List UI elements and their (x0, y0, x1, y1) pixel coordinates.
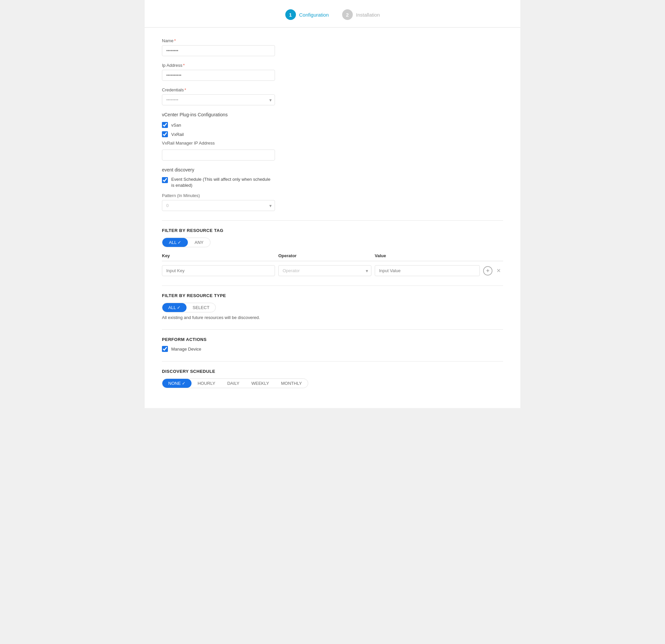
vxrail-label: VxRail (171, 132, 184, 137)
manage-device-checkbox[interactable] (162, 346, 168, 352)
step-1: 1 Configuration (285, 9, 329, 20)
vsan-checkbox[interactable] (162, 122, 168, 128)
pattern-label: Pattern (In Minutes) (162, 193, 503, 198)
schedule-monthly-button[interactable]: MONTHLY (275, 379, 308, 388)
section-divider-1 (162, 220, 503, 221)
step-1-circle: 1 (285, 9, 296, 20)
manage-device-row: Manage Device (162, 346, 503, 352)
vsan-label: vSan (171, 123, 181, 128)
ip-input[interactable] (162, 70, 275, 81)
schedule-toggle-group: NONE ✓ HOURLY DAILY WEEKLY MONTHLY (162, 378, 308, 388)
discovery-schedule-section: DISCOVERY SCHEDULE NONE ✓ HOURLY DAILY W… (162, 369, 503, 388)
step-1-label: Configuration (299, 12, 329, 18)
event-discovery-section: event discovery Event Schedule (This wil… (162, 167, 503, 211)
ip-group: Ip Address* (162, 63, 503, 81)
pattern-select[interactable]: 0 (162, 200, 275, 211)
key-header: Key (162, 253, 275, 258)
perform-actions-section: PERFORM ACTIONS Manage Device (162, 337, 503, 352)
filter-type-all-button[interactable]: ALL ✓ (162, 303, 187, 312)
filter-tag-all-button[interactable]: ALL ✓ (162, 238, 188, 247)
ip-label: Ip Address* (162, 63, 503, 68)
vxrail-manager-group: VxRail Manager IP Address (162, 140, 503, 160)
key-input[interactable] (162, 265, 275, 276)
vxrail-checkbox-row: VxRail (162, 131, 503, 137)
step-2-circle: 2 (342, 9, 353, 20)
section-divider-2 (162, 286, 503, 286)
vcenter-section-title: vCenter Plug-ins Configurations (162, 112, 503, 117)
form-area: Name* Ip Address* Credentials* •••••••• … (145, 27, 520, 408)
schedule-none-button[interactable]: NONE ✓ (162, 379, 191, 388)
filter-tag-toggle: ALL ✓ ANY (162, 238, 210, 247)
filter-actions: + ✕ (483, 266, 503, 275)
name-group: Name* (162, 38, 503, 56)
vcenter-plugins-section: vCenter Plug-ins Configurations vSan VxR… (162, 112, 503, 160)
schedule-daily-button[interactable]: DAILY (221, 379, 245, 388)
vxrail-manager-input[interactable] (162, 150, 275, 160)
filter-type-section: FILTER BY RESOURCE TYPE ALL ✓ SELECT All… (162, 293, 503, 320)
filter-tag-title: FILTER BY RESOURCE TAG (162, 228, 503, 233)
filter-type-toggle: ALL ✓ SELECT (162, 303, 216, 312)
manage-device-label: Manage Device (171, 347, 201, 352)
event-schedule-checkbox[interactable] (162, 177, 168, 183)
vxrail-checkbox[interactable] (162, 131, 168, 137)
filter-tag-section: FILTER BY RESOURCE TAG ALL ✓ ANY Key Ope… (162, 228, 503, 276)
pattern-select-wrapper: 0 ▾ (162, 200, 275, 211)
perform-actions-title: PERFORM ACTIONS (162, 337, 503, 342)
event-schedule-label: Event Schedule (This will affect only wh… (171, 176, 271, 189)
step-2: 2 Installation (342, 9, 380, 20)
schedule-weekly-button[interactable]: WEEKLY (245, 379, 275, 388)
filter-header: Key Operator Value (162, 253, 503, 261)
event-discovery-title: event discovery (162, 167, 503, 173)
credentials-select-wrapper: •••••••• ▾ (162, 94, 275, 105)
bottom-gray (145, 408, 520, 428)
remove-filter-button[interactable]: ✕ (495, 268, 502, 274)
filter-tag-any-button[interactable]: ANY (188, 238, 210, 247)
value-header: Value (375, 253, 480, 258)
credentials-group: Credentials* •••••••• ▾ (162, 87, 503, 105)
event-schedule-checkbox-row: Event Schedule (This will affect only wh… (162, 176, 503, 189)
section-divider-3 (162, 329, 503, 330)
credentials-label: Credentials* (162, 87, 503, 92)
filter-type-select-button[interactable]: SELECT (187, 303, 215, 312)
operator-select-wrapper: Operator ▾ (278, 265, 372, 276)
filter-type-title: FILTER BY RESOURCE TYPE (162, 293, 503, 298)
resource-info-text: All existing and future resources will b… (162, 315, 503, 320)
discovery-schedule-title: DISCOVERY SCHEDULE (162, 369, 503, 374)
add-filter-button[interactable]: + (483, 266, 492, 275)
step-2-label: Installation (356, 12, 380, 18)
operator-select[interactable]: Operator (278, 265, 372, 276)
credentials-select[interactable]: •••••••• (162, 94, 275, 105)
filter-row: Operator ▾ + ✕ (162, 265, 503, 276)
schedule-hourly-button[interactable]: HOURLY (191, 379, 221, 388)
pattern-group: Pattern (In Minutes) 0 ▾ (162, 193, 503, 211)
section-divider-4 (162, 361, 503, 362)
stepper: 1 Configuration 2 Installation (145, 0, 520, 27)
name-input[interactable] (162, 45, 275, 56)
name-label: Name* (162, 38, 503, 43)
value-input[interactable] (375, 265, 480, 276)
vxrail-manager-label: VxRail Manager IP Address (162, 140, 503, 145)
vsan-checkbox-row: vSan (162, 122, 503, 128)
operator-header: Operator (278, 253, 372, 258)
